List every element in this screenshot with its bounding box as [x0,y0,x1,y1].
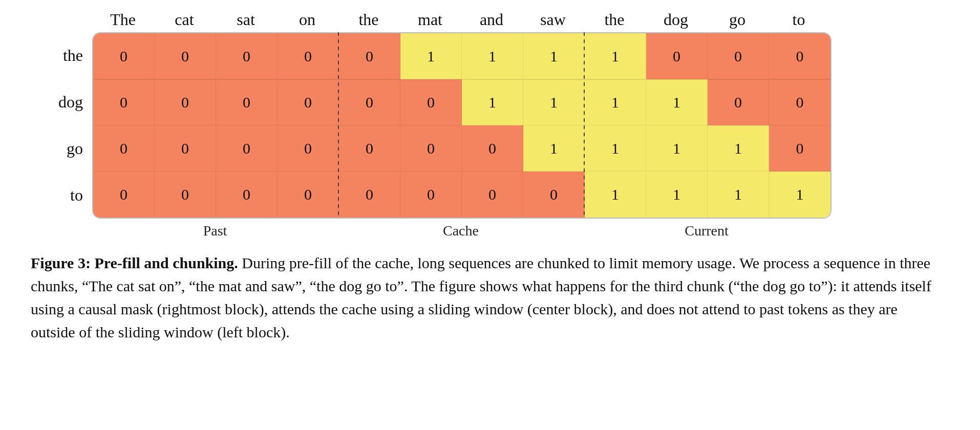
matrix-cell: 0 [93,171,155,218]
matrix-cell: 0 [462,125,523,171]
matrix-cell: 0 [278,79,339,125]
matrix-cell: 1 [708,125,769,171]
matrix-cell: 0 [278,125,339,171]
matrix-cell: 0 [93,79,155,125]
matrix-cell: 0 [708,33,769,79]
col-header: The [92,10,154,29]
matrix-cell: 0 [93,125,155,171]
row-label: dog [31,79,92,125]
col-header: the [338,10,399,29]
matrix-cell: 1 [462,33,523,79]
caption-bold: Figure 3: Pre-fill and chunking. [31,254,238,271]
matrix-cell: 0 [400,125,462,171]
matrix-cell: 0 [155,125,216,171]
matrix-cell: 1 [585,171,646,218]
col-header: cat [154,10,215,29]
matrix-cell: 1 [769,171,830,218]
matrix-cell: 0 [523,171,585,218]
col-header: and [461,10,522,29]
matrix-cell: 0 [93,33,155,79]
row-label: go [31,126,92,172]
matrix-cell: 1 [646,79,708,125]
matrix-cell: 0 [278,33,339,79]
figure-caption: Figure 3: Pre-fill and chunking. During … [31,251,942,343]
diagram-area: Thecatsatonthematandsawthedoggoto thedog… [31,10,949,239]
matrix-cell: 1 [523,125,585,171]
col-header: on [276,10,338,29]
column-headers: Thecatsatonthematandsawthedoggoto [92,10,829,29]
row-labels: thedoggoto [31,32,92,219]
matrix-cell: 0 [216,33,278,79]
col-header: saw [522,10,584,29]
matrix-cell: 1 [523,79,585,125]
matrix-cell: 0 [462,171,523,218]
matrix-cell: 0 [155,171,216,218]
matrix-cell: 0 [339,33,400,79]
matrix-cell: 0 [339,125,400,171]
col-header: sat [215,10,276,29]
col-header: mat [399,10,461,29]
matrix-cell: 0 [339,79,400,125]
matrix-cell: 0 [769,125,830,171]
matrix-cell: 1 [585,79,646,125]
matrix-grid-wrapper: 0000011110000000001111000000000111100000… [92,32,832,219]
matrix-cell: 0 [278,171,339,218]
row-label: the [31,33,92,79]
section-labels: Past Cache Current [92,223,829,239]
matrix-cell: 0 [769,33,830,79]
matrix-cell: 0 [400,171,462,218]
label-cache: Cache [338,223,584,239]
matrix-cell: 0 [155,33,216,79]
vline-past-cache [338,32,339,219]
matrix-cell: 0 [155,79,216,125]
matrix-cell: 1 [523,33,585,79]
label-past: Past [92,223,338,239]
matrix-cell: 0 [216,79,278,125]
col-header: the [584,10,645,29]
matrix-cell: 1 [646,171,708,218]
matrix-cell: 0 [400,79,462,125]
col-header: go [707,10,768,29]
matrix-cell: 1 [462,79,523,125]
row-label: to [31,173,92,219]
matrix-cell: 1 [708,171,769,218]
matrix-cell: 0 [646,33,708,79]
matrix-cell: 1 [400,33,462,79]
matrix-cell: 0 [339,171,400,218]
matrix-cell: 0 [708,79,769,125]
matrix-cell: 1 [646,125,708,171]
matrix-cell: 0 [216,171,278,218]
vline-cache-current [584,32,585,219]
col-header: to [768,10,829,29]
matrix-cell: 0 [216,125,278,171]
matrix-cell: 1 [585,33,646,79]
col-header: dog [645,10,707,29]
matrix-grid: 0000011110000000001111000000000111100000… [92,32,832,219]
matrix-cell: 1 [585,125,646,171]
label-current: Current [584,223,829,239]
matrix-cell: 0 [769,79,830,125]
